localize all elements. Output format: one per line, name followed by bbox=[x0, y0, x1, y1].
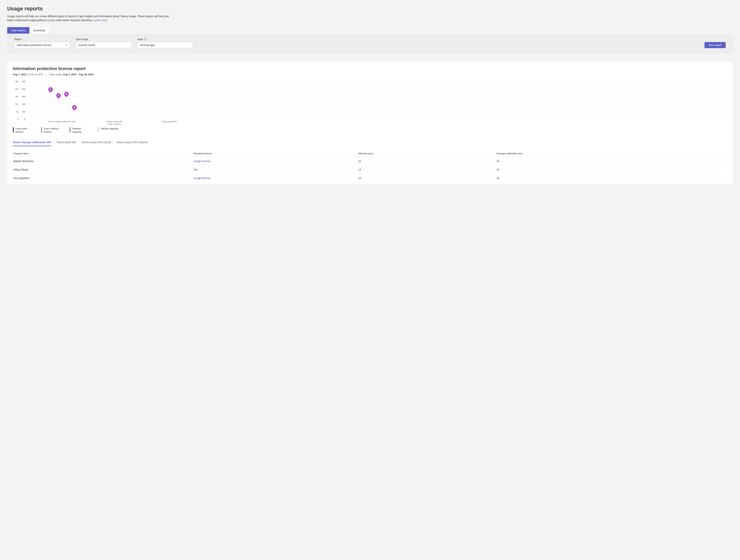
tab-download[interactable]: Download bbox=[29, 27, 49, 33]
page-description: Usage reports will help you create diffe… bbox=[7, 14, 172, 22]
cell-sent: 10 bbox=[496, 157, 727, 165]
callout-5: 5 bbox=[63, 91, 70, 97]
run-report-button[interactable]: Run report bbox=[705, 42, 726, 48]
apps-value: Archival app bbox=[140, 43, 155, 46]
cell-name: Roy Appleton bbox=[13, 174, 193, 182]
report-label: Report bbox=[14, 38, 70, 40]
x-category-label: Teams patch API bbox=[149, 120, 190, 123]
x-category-label: Teams export API(chat + teams) bbox=[94, 120, 135, 126]
apps-label: Apps i bbox=[137, 38, 193, 40]
y-right-tick: 500 bbox=[22, 80, 25, 83]
range-value: Aug 1, 2021 - Aug 30, 2021 bbox=[63, 73, 94, 76]
cell-sent: 10 bbox=[496, 174, 727, 182]
range-label: Date range: bbox=[50, 73, 62, 76]
legend-item: Utilized capacity bbox=[98, 127, 118, 134]
chart-legend: Users with licenseUsers without licenseS… bbox=[13, 127, 727, 134]
y-left-tick: 30k bbox=[15, 80, 18, 83]
table-row: Babak ShammasAssign license1210 bbox=[13, 157, 727, 165]
date-range-value: Current month bbox=[78, 43, 95, 46]
y-right-tick: 400 bbox=[22, 88, 25, 90]
column-header[interactable]: Required license bbox=[193, 150, 357, 157]
y-left-tick: 6k bbox=[16, 111, 18, 113]
description-text: Usage reports will help you create diffe… bbox=[7, 15, 169, 22]
report-time: 11:59 am (PT) bbox=[27, 73, 43, 76]
cell-sent: 10 bbox=[496, 165, 727, 174]
cell-attempt: 12 bbox=[357, 157, 496, 165]
legend-swatch bbox=[13, 127, 14, 132]
column-header[interactable]: Display name↓ bbox=[13, 150, 193, 157]
legend-swatch bbox=[70, 127, 71, 132]
callout-4: 4 bbox=[55, 92, 62, 99]
report-meta: Aug 7, 2021 11:59 am (PT) | Date range: … bbox=[13, 73, 727, 76]
x-category-label: Teams change notification API bbox=[41, 120, 82, 123]
table-row: Roy AppletonAssign license1210 bbox=[13, 174, 727, 182]
legend-label: Utilized capacity bbox=[101, 127, 118, 130]
subtab[interactable]: Teams change notification API bbox=[13, 139, 51, 146]
chevron-down-icon: ▼ bbox=[66, 44, 68, 46]
legend-item: Seeded capacity bbox=[70, 127, 90, 134]
y-right-tick: 300 bbox=[22, 96, 25, 98]
y-left-tick: 24k bbox=[15, 88, 18, 90]
cell-name: Babak Shammas bbox=[13, 157, 193, 165]
apps-input[interactable]: Archival app bbox=[137, 42, 193, 48]
cell-license: Yes bbox=[193, 165, 357, 174]
apps-label-text: Apps bbox=[137, 38, 143, 40]
table-row: Hilary ReyesYes1310 bbox=[13, 165, 727, 174]
y-right-tick: 200 bbox=[22, 103, 25, 105]
y-left-tick: 12k bbox=[15, 103, 18, 105]
cell-license[interactable]: Assign license bbox=[193, 157, 357, 165]
date-range-input[interactable]: Current month bbox=[76, 42, 131, 48]
cell-name: Hilary Reyes bbox=[13, 165, 193, 174]
legend-item: Users without license bbox=[41, 127, 62, 134]
legend-item: Users with license bbox=[13, 127, 33, 134]
subtab[interactable]: Teams export APIs (chat) bbox=[81, 139, 111, 146]
report-select[interactable]: Information protection license ▼ bbox=[14, 42, 70, 48]
date-range-label: Date range bbox=[76, 38, 131, 40]
filter-panel: Report Information protection license ▼ … bbox=[7, 33, 733, 54]
cell-license[interactable]: Assign license bbox=[193, 174, 357, 182]
legend-label: Seeded capacity bbox=[72, 127, 90, 134]
callout-6: 6 bbox=[71, 104, 78, 111]
data-table: Display name↓Required licenseAttempt cou… bbox=[13, 150, 727, 183]
report-select-value: Information protection license bbox=[17, 43, 52, 46]
cell-attempt: 13 bbox=[357, 165, 496, 174]
report-title: Information protection license report bbox=[13, 66, 727, 71]
subtab[interactable]: Teams export APIs (teams) bbox=[116, 139, 148, 146]
column-header[interactable]: Attempt count bbox=[357, 150, 496, 157]
tab-view-reports[interactable]: View reports bbox=[7, 27, 29, 33]
report-card: Information protection license report Au… bbox=[7, 61, 733, 184]
report-date: Aug 7, 2021 bbox=[13, 73, 26, 76]
learn-more-link[interactable]: Learn more bbox=[94, 19, 107, 22]
page-title: Usage reports bbox=[7, 6, 733, 12]
y-right-tick: 0 bbox=[24, 118, 25, 120]
y-left-tick: 0 bbox=[17, 118, 18, 120]
chart: 30k24k18k12k6k0 5004003002001000 Teams c… bbox=[13, 82, 727, 125]
legend-swatch bbox=[41, 127, 42, 132]
sort-down-icon: ↓ bbox=[30, 153, 30, 155]
y-left-tick: 18k bbox=[15, 96, 18, 98]
subtab[interactable]: Teams patch API bbox=[56, 139, 76, 146]
callout-3: 3 bbox=[48, 86, 54, 93]
column-header[interactable]: Change notification sent bbox=[496, 150, 727, 157]
sub-tabs: Teams change notification APITeams patch… bbox=[13, 139, 727, 146]
legend-swatch bbox=[98, 127, 99, 132]
cell-attempt: 12 bbox=[357, 174, 496, 182]
y-right-tick: 100 bbox=[22, 111, 25, 113]
top-tabs: View reports Download bbox=[7, 27, 733, 33]
legend-label: Users with license bbox=[16, 127, 33, 134]
info-icon[interactable]: i bbox=[144, 38, 147, 40]
legend-label: Users without license bbox=[44, 127, 62, 134]
